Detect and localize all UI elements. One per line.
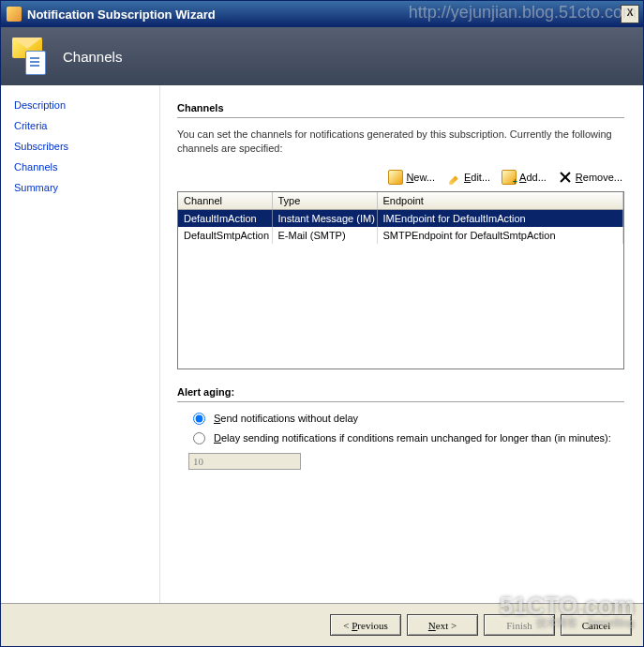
footer: < Previous Next > Finish Cancel: [1, 603, 643, 646]
new-button[interactable]: New...: [386, 169, 437, 186]
sidebar: Description Criteria Subscribers Channel…: [1, 85, 160, 603]
remove-label: Remove...: [576, 172, 622, 183]
grid-header-row[interactable]: Channel Type Endpoint: [178, 192, 623, 210]
col-type[interactable]: Type: [272, 192, 377, 210]
previous-button[interactable]: < Previous: [330, 614, 401, 636]
content-pane: Channels You can set the channels for no…: [160, 85, 643, 603]
radio-no-delay-input[interactable]: [193, 413, 205, 425]
wizard-window: Notification Subscription Wizard X Chann…: [0, 0, 644, 647]
radio-no-delay-label: Send notifications without delay: [214, 412, 358, 426]
intro-text: You can set the channels for notificatio…: [177, 128, 624, 156]
titlebar[interactable]: Notification Subscription Wizard X: [1, 1, 643, 27]
sidebar-item-criteria[interactable]: Criteria: [1, 115, 159, 136]
radio-delay-label: Delay sending notifications if condition…: [214, 431, 611, 445]
cell-type: E-Mail (SMTP): [272, 227, 377, 244]
remove-button[interactable]: Remove...: [556, 169, 624, 186]
alert-aging-section: Alert aging: Send notifications without …: [177, 386, 624, 470]
cell-channel: DefaultImAction: [178, 210, 272, 228]
channels-grid[interactable]: Channel Type Endpoint DefaultImAction In…: [177, 191, 624, 369]
minutes-input: [188, 453, 301, 470]
radio-delay[interactable]: Delay sending notifications if condition…: [188, 431, 624, 445]
sidebar-item-description[interactable]: Description: [1, 95, 159, 115]
toolbar: New... Edit... Add... Remove...: [177, 165, 624, 191]
sidebar-item-channels[interactable]: Channels: [1, 157, 159, 177]
cell-channel: DefaultSmtpAction: [178, 227, 272, 244]
next-button[interactable]: Next >: [407, 614, 478, 636]
table-row[interactable]: DefaultSmtpAction E-Mail (SMTP) SMTPEndp…: [178, 227, 623, 244]
add-icon: [502, 170, 517, 185]
sidebar-item-summary[interactable]: Summary: [1, 177, 159, 198]
finish-button: Finish: [484, 614, 555, 636]
edit-icon: [446, 170, 461, 185]
sidebar-item-subscribers[interactable]: Subscribers: [1, 136, 159, 157]
body: Description Criteria Subscribers Channel…: [1, 85, 643, 603]
section-heading: Channels: [177, 102, 624, 117]
alert-heading: Alert aging:: [177, 386, 624, 401]
window-title: Notification Subscription Wizard: [27, 8, 621, 22]
edit-label: Edit...: [464, 172, 490, 183]
add-button[interactable]: Add...: [500, 169, 548, 186]
header-title: Channels: [63, 49, 122, 65]
radio-no-delay[interactable]: Send notifications without delay: [188, 412, 624, 426]
cell-endpoint: IMEndpoint for DefaultImAction: [377, 210, 623, 228]
radio-delay-input[interactable]: [193, 432, 205, 444]
divider: [177, 117, 624, 118]
divider: [177, 401, 624, 402]
cell-endpoint: SMTPEndpoint for DefaultSmtpAction: [377, 227, 623, 244]
col-channel[interactable]: Channel: [178, 192, 272, 210]
table-row[interactable]: DefaultImAction Instant Message (IM) IME…: [178, 210, 623, 228]
remove-icon: [558, 170, 573, 185]
app-icon: [7, 7, 22, 22]
cancel-button[interactable]: Cancel: [561, 614, 632, 636]
header-band: Channels: [1, 27, 643, 85]
edit-button[interactable]: Edit...: [444, 169, 492, 186]
add-label: Add...: [519, 172, 547, 183]
new-label: New...: [406, 172, 435, 183]
close-button[interactable]: X: [621, 5, 639, 23]
col-endpoint[interactable]: Endpoint: [377, 192, 623, 210]
channels-icon: [12, 38, 50, 75]
cell-type: Instant Message (IM): [272, 210, 377, 228]
new-icon: [388, 170, 403, 185]
